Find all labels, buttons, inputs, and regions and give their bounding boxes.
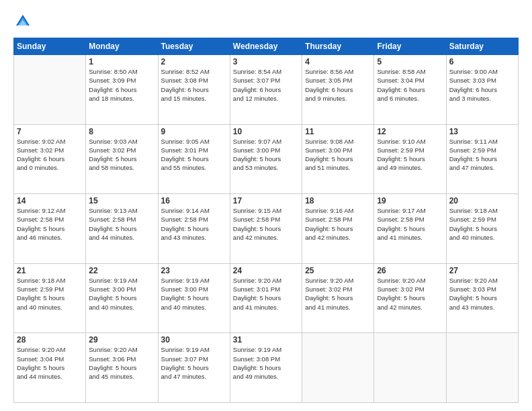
day-info: Sunrise: 9:20 AM Sunset: 3:02 PM Dayligh… xyxy=(305,276,371,312)
day-number: 3 xyxy=(233,57,299,66)
day-cell: 21Sunrise: 9:18 AM Sunset: 2:59 PM Dayli… xyxy=(14,263,86,333)
day-info: Sunrise: 9:20 AM Sunset: 3:01 PM Dayligh… xyxy=(233,276,299,312)
day-info: Sunrise: 9:14 AM Sunset: 2:58 PM Dayligh… xyxy=(161,206,227,242)
day-number: 17 xyxy=(233,196,299,205)
day-cell: 29Sunrise: 9:20 AM Sunset: 3:06 PM Dayli… xyxy=(86,333,158,403)
day-number: 6 xyxy=(449,57,515,66)
day-info: Sunrise: 8:58 AM Sunset: 3:04 PM Dayligh… xyxy=(377,67,443,103)
day-info: Sunrise: 8:50 AM Sunset: 3:09 PM Dayligh… xyxy=(89,67,154,103)
day-info: Sunrise: 9:20 AM Sunset: 3:03 PM Dayligh… xyxy=(449,276,515,312)
day-number: 19 xyxy=(377,196,443,205)
day-cell: 31Sunrise: 9:19 AM Sunset: 3:08 PM Dayli… xyxy=(230,333,302,403)
day-cell: 8Sunrise: 9:03 AM Sunset: 3:02 PM Daylig… xyxy=(86,124,158,194)
day-info: Sunrise: 9:00 AM Sunset: 3:03 PM Dayligh… xyxy=(449,67,515,103)
day-cell: 12Sunrise: 9:10 AM Sunset: 2:59 PM Dayli… xyxy=(374,124,446,194)
day-number: 21 xyxy=(17,266,83,275)
day-number: 31 xyxy=(233,335,299,345)
day-number: 28 xyxy=(17,335,83,345)
day-number: 22 xyxy=(89,266,154,275)
day-info: Sunrise: 9:12 AM Sunset: 2:58 PM Dayligh… xyxy=(17,206,83,242)
day-info: Sunrise: 9:11 AM Sunset: 2:59 PM Dayligh… xyxy=(449,137,515,173)
day-number: 8 xyxy=(89,127,154,136)
day-number: 7 xyxy=(17,127,83,136)
day-cell xyxy=(446,333,518,403)
week-row-3: 14Sunrise: 9:12 AM Sunset: 2:58 PM Dayli… xyxy=(14,194,519,264)
day-info: Sunrise: 9:20 AM Sunset: 3:02 PM Dayligh… xyxy=(377,276,443,312)
header xyxy=(13,12,519,31)
logo-icon xyxy=(13,12,32,31)
day-cell: 4Sunrise: 8:56 AM Sunset: 3:05 PM Daylig… xyxy=(302,55,374,125)
day-info: Sunrise: 9:10 AM Sunset: 2:59 PM Dayligh… xyxy=(377,137,443,173)
day-number: 25 xyxy=(305,266,371,275)
day-cell: 5Sunrise: 8:58 AM Sunset: 3:04 PM Daylig… xyxy=(374,55,446,125)
page: SundayMondayTuesdayWednesdayThursdayFrid… xyxy=(0,0,532,411)
day-info: Sunrise: 9:18 AM Sunset: 2:59 PM Dayligh… xyxy=(17,276,83,312)
day-number: 2 xyxy=(161,57,227,66)
day-number: 9 xyxy=(161,127,227,136)
day-cell: 24Sunrise: 9:20 AM Sunset: 3:01 PM Dayli… xyxy=(230,263,302,333)
day-cell: 28Sunrise: 9:20 AM Sunset: 3:04 PM Dayli… xyxy=(14,333,86,403)
day-cell: 18Sunrise: 9:16 AM Sunset: 2:58 PM Dayli… xyxy=(302,194,374,264)
day-cell: 26Sunrise: 9:20 AM Sunset: 3:02 PM Dayli… xyxy=(374,263,446,333)
day-cell: 27Sunrise: 9:20 AM Sunset: 3:03 PM Dayli… xyxy=(446,263,518,333)
day-info: Sunrise: 9:19 AM Sunset: 3:07 PM Dayligh… xyxy=(161,345,227,381)
day-cell xyxy=(302,333,374,403)
day-info: Sunrise: 8:56 AM Sunset: 3:05 PM Dayligh… xyxy=(305,67,371,103)
day-number: 1 xyxy=(89,57,154,66)
day-cell: 17Sunrise: 9:15 AM Sunset: 2:58 PM Dayli… xyxy=(230,194,302,264)
day-cell: 14Sunrise: 9:12 AM Sunset: 2:58 PM Dayli… xyxy=(14,194,86,264)
day-cell: 20Sunrise: 9:18 AM Sunset: 2:59 PM Dayli… xyxy=(446,194,518,264)
day-number: 14 xyxy=(17,196,83,205)
day-info: Sunrise: 9:20 AM Sunset: 3:06 PM Dayligh… xyxy=(89,345,154,381)
day-info: Sunrise: 9:19 AM Sunset: 3:00 PM Dayligh… xyxy=(161,276,227,312)
day-cell: 23Sunrise: 9:19 AM Sunset: 3:00 PM Dayli… xyxy=(158,263,230,333)
day-info: Sunrise: 9:16 AM Sunset: 2:58 PM Dayligh… xyxy=(305,206,371,242)
day-number: 13 xyxy=(449,127,515,136)
day-number: 5 xyxy=(377,57,443,66)
col-header-friday: Friday xyxy=(374,38,446,55)
day-cell xyxy=(14,55,86,125)
day-number: 29 xyxy=(89,335,154,345)
day-number: 12 xyxy=(377,127,443,136)
day-info: Sunrise: 9:17 AM Sunset: 2:58 PM Dayligh… xyxy=(377,206,443,242)
day-number: 30 xyxy=(161,335,227,345)
day-cell: 2Sunrise: 8:52 AM Sunset: 3:08 PM Daylig… xyxy=(158,55,230,125)
day-info: Sunrise: 9:15 AM Sunset: 2:58 PM Dayligh… xyxy=(233,206,299,242)
week-row-5: 28Sunrise: 9:20 AM Sunset: 3:04 PM Dayli… xyxy=(14,333,519,403)
logo xyxy=(13,12,35,31)
col-header-tuesday: Tuesday xyxy=(158,38,230,55)
week-row-4: 21Sunrise: 9:18 AM Sunset: 2:59 PM Dayli… xyxy=(14,263,519,333)
day-info: Sunrise: 9:19 AM Sunset: 3:08 PM Dayligh… xyxy=(233,345,299,381)
day-info: Sunrise: 9:08 AM Sunset: 3:00 PM Dayligh… xyxy=(305,137,371,173)
day-cell: 7Sunrise: 9:02 AM Sunset: 3:02 PM Daylig… xyxy=(14,124,86,194)
col-header-saturday: Saturday xyxy=(446,38,518,55)
day-cell: 30Sunrise: 9:19 AM Sunset: 3:07 PM Dayli… xyxy=(158,333,230,403)
day-number: 27 xyxy=(449,266,515,275)
day-number: 20 xyxy=(449,196,515,205)
day-number: 15 xyxy=(89,196,154,205)
day-cell: 6Sunrise: 9:00 AM Sunset: 3:03 PM Daylig… xyxy=(446,55,518,125)
calendar-table: SundayMondayTuesdayWednesdayThursdayFrid… xyxy=(13,38,519,403)
day-info: Sunrise: 9:13 AM Sunset: 2:58 PM Dayligh… xyxy=(89,206,154,242)
day-cell: 19Sunrise: 9:17 AM Sunset: 2:58 PM Dayli… xyxy=(374,194,446,264)
day-cell: 22Sunrise: 9:19 AM Sunset: 3:00 PM Dayli… xyxy=(86,263,158,333)
day-cell: 11Sunrise: 9:08 AM Sunset: 3:00 PM Dayli… xyxy=(302,124,374,194)
day-cell: 15Sunrise: 9:13 AM Sunset: 2:58 PM Dayli… xyxy=(86,194,158,264)
day-info: Sunrise: 9:05 AM Sunset: 3:01 PM Dayligh… xyxy=(161,137,227,173)
day-cell: 16Sunrise: 9:14 AM Sunset: 2:58 PM Dayli… xyxy=(158,194,230,264)
day-cell: 3Sunrise: 8:54 AM Sunset: 3:07 PM Daylig… xyxy=(230,55,302,125)
day-cell xyxy=(374,333,446,403)
day-info: Sunrise: 9:20 AM Sunset: 3:04 PM Dayligh… xyxy=(17,345,83,381)
week-row-1: 1Sunrise: 8:50 AM Sunset: 3:09 PM Daylig… xyxy=(14,55,519,125)
day-info: Sunrise: 9:03 AM Sunset: 3:02 PM Dayligh… xyxy=(89,137,154,173)
week-row-2: 7Sunrise: 9:02 AM Sunset: 3:02 PM Daylig… xyxy=(14,124,519,194)
day-info: Sunrise: 8:54 AM Sunset: 3:07 PM Dayligh… xyxy=(233,67,299,103)
col-header-wednesday: Wednesday xyxy=(230,38,302,55)
day-number: 16 xyxy=(161,196,227,205)
day-number: 4 xyxy=(305,57,371,66)
day-cell: 1Sunrise: 8:50 AM Sunset: 3:09 PM Daylig… xyxy=(86,55,158,125)
col-header-thursday: Thursday xyxy=(302,38,374,55)
day-info: Sunrise: 9:02 AM Sunset: 3:02 PM Dayligh… xyxy=(17,137,83,173)
col-header-sunday: Sunday xyxy=(14,38,86,55)
day-cell: 25Sunrise: 9:20 AM Sunset: 3:02 PM Dayli… xyxy=(302,263,374,333)
